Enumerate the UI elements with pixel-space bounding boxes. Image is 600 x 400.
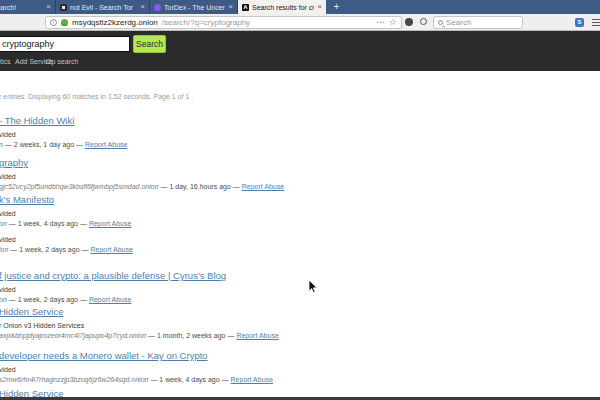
- new-tab-button[interactable]: +: [330, 1, 343, 13]
- tab-title: TorDex - The Uncensored Tor lin: [164, 4, 225, 11]
- tab-tordex[interactable]: TorDex - The Uncensored Tor lin ×: [150, 0, 238, 14]
- search-result: graphy vided gjc52ucy2pf5undbhqw3kbsfl6f…: [0, 152, 597, 191]
- report-abuse-link[interactable]: Report Abuse: [89, 220, 131, 227]
- report-abuse-link[interactable]: Report Abuse: [231, 376, 273, 383]
- report-abuse-link[interactable]: Report Abuse: [90, 246, 132, 253]
- result-description: r Onion v3 Hidden Services: [0, 322, 597, 330]
- onion-site-icon: [61, 19, 68, 26]
- tab-close-icon[interactable]: ×: [228, 3, 233, 11]
- site-header: Search tics Add Service i2p search: [0, 31, 600, 71]
- tab-notevil[interactable]: not Evil - Search Tor ×: [56, 0, 150, 14]
- tab-search-results-active[interactable]: A Search results for cryptography ×: [238, 0, 326, 14]
- result-title-link[interactable]: f justice and crypto: a plausible defens…: [0, 270, 226, 282]
- tordex-favicon-icon: [154, 4, 161, 11]
- nav-link-i2p-search[interactable]: i2p search: [46, 58, 78, 65]
- site-search-button[interactable]: Search: [133, 35, 166, 53]
- noscript-icon[interactable]: S: [575, 18, 584, 27]
- search-result: k's Manifesto vided on — 1 week, 4 days …: [0, 189, 597, 228]
- result-url: on: [0, 220, 7, 227]
- result-age: — 1 week, 4 days ago —: [7, 220, 89, 227]
- tab-title: not Evil - Search Tor: [70, 4, 137, 11]
- tab-close-icon[interactable]: ×: [46, 3, 51, 11]
- browser-search-box[interactable]: Search: [433, 16, 523, 29]
- site-info-icon[interactable]: i: [50, 19, 57, 26]
- ahmia-favicon-icon: A: [242, 4, 249, 11]
- results-summary: r entries. Displaying 60 matches in 1.52…: [0, 93, 193, 100]
- result-age: — 1 week, 2 days ago —: [8, 246, 90, 253]
- search-icon: [438, 20, 443, 25]
- url-host: msydqstlz2kzerdg.onion: [72, 18, 158, 27]
- search-result: developer needs a Monero wallet - Kay on…: [0, 345, 597, 384]
- search-result: - The Hidden Wiki vided n — 2 weeks, 1 d…: [0, 110, 597, 149]
- search-result: f justice and crypto: a plausible defens…: [0, 265, 597, 304]
- result-url: axjxkbhpjdyajrozeor4mc4i7japupo4p7cyd.on…: [0, 332, 146, 339]
- browser-window: Search! × not Evil - Search Tor × TorDex…: [0, 0, 600, 400]
- report-abuse-link[interactable]: Report Abuse: [85, 141, 127, 148]
- result-title-link[interactable]: graphy: [0, 157, 28, 169]
- result-description: vided: [0, 366, 597, 374]
- extension-filled-circle-icon[interactable]: [405, 18, 413, 26]
- page-actions-icon[interactable]: ⋯: [376, 18, 385, 27]
- result-title-link[interactable]: Hidden Service: [0, 306, 63, 318]
- url-bar[interactable]: i msydqstlz2kzerdg.onion/search/?q=crypt…: [45, 16, 402, 29]
- report-abuse-link[interactable]: Report Abuse: [236, 332, 278, 339]
- url-path: /search/?q=cryptography: [162, 18, 250, 27]
- result-url: s2mw6rhr4i7rhagnzzjp3bzoq6jz6w264sqd.oni…: [0, 376, 148, 383]
- tab-bar: Search! × not Evil - Search Tor × TorDex…: [0, 0, 600, 14]
- result-title-link[interactable]: k's Manifesto: [0, 194, 54, 206]
- result-description: vided: [0, 210, 597, 218]
- browser-search-placeholder: Search: [446, 18, 471, 27]
- result-meta: on — 1 week, 4 days ago — Report Abuse: [0, 220, 597, 228]
- tab-close-icon[interactable]: ×: [317, 3, 322, 11]
- tab-title: Search!: [0, 4, 43, 11]
- result-title-link[interactable]: - The Hidden Wiki: [0, 115, 74, 127]
- result-description: vided: [0, 236, 597, 244]
- result-age: — 2 weeks, 1 day ago —: [3, 141, 85, 148]
- hamburger-menu-icon[interactable]: [592, 19, 600, 26]
- navigation-toolbar: i msydqstlz2kzerdg.onion/search/?q=crypt…: [0, 14, 600, 31]
- tab-close-icon[interactable]: ×: [140, 3, 145, 11]
- result-meta: axjxkbhpjdyajrozeor4mc4i7japupo4p7cyd.on…: [0, 332, 597, 340]
- tab-ahmia-search[interactable]: Search! ×: [0, 0, 56, 14]
- result-age: — 1 week, 4 days ago —: [148, 376, 230, 383]
- site-search-input[interactable]: [0, 36, 130, 52]
- bookmark-star-icon[interactable]: ☆: [389, 18, 397, 27]
- result-description: vided: [0, 173, 597, 181]
- result-description: vided: [0, 131, 597, 139]
- extension-ring-icon[interactable]: [420, 18, 427, 25]
- notevil-favicon-icon: [60, 4, 67, 11]
- result-meta: ion — 1 week, 2 days ago — Report Abuse: [0, 246, 597, 254]
- result-age: — 1 month, 2 weeks ago —: [146, 332, 236, 339]
- result-description: vided: [0, 286, 597, 294]
- search-result: vided ion — 1 week, 2 days ago — Report …: [0, 236, 597, 254]
- search-result: Hidden Service r Onion v3 Hidden Service…: [0, 301, 597, 340]
- tab-title: Search results for cryptography: [252, 4, 314, 11]
- result-meta: n — 2 weeks, 1 day ago — Report Abuse: [0, 141, 597, 149]
- result-title-link[interactable]: developer needs a Monero wallet - Kay on…: [0, 350, 208, 362]
- nav-link-statistics[interactable]: tics: [0, 58, 11, 65]
